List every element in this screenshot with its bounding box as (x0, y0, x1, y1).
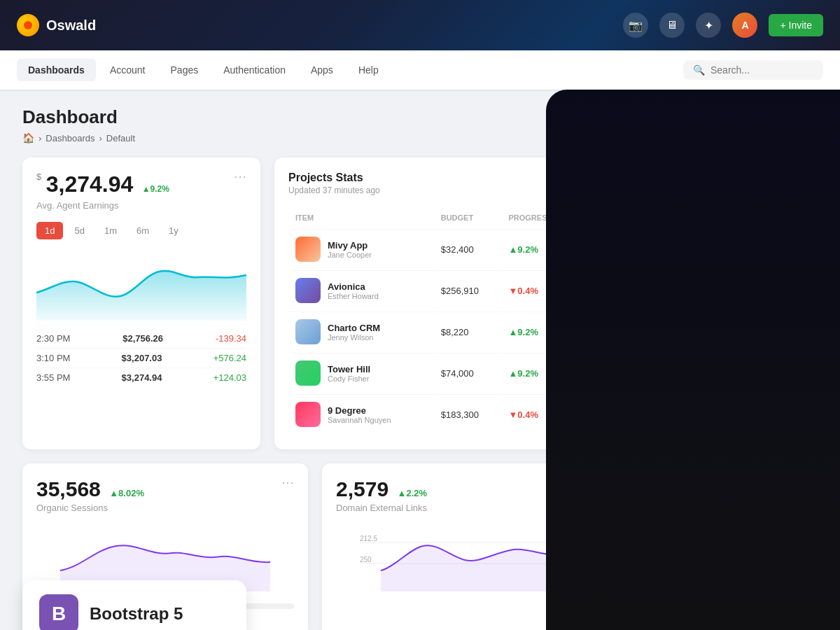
project-owner: Esther Howard (328, 292, 379, 300)
main-content: Dashboard 🏠 › Dashboards › Default New P… (0, 90, 840, 630)
view-button[interactable]: → (766, 239, 785, 259)
project-item: Charto CRM Jenny Wilson (295, 319, 428, 344)
search-icon: 🔍 (693, 64, 705, 76)
view-button[interactable]: → (766, 322, 785, 342)
col-item: ITEM (290, 208, 434, 227)
nav-dashboards[interactable]: Dashboards (17, 59, 96, 81)
stat-time: 3:55 PM (36, 372, 70, 383)
project-progress: ▼0.4% (508, 410, 538, 420)
project-owner: Savannah Nguyen (328, 416, 391, 424)
top-cards-row: $ 3,274.94 ▲9.2% Avg. Agent Earnings ⋯ 1… (22, 158, 818, 449)
project-name: Avionica (328, 281, 379, 292)
project-icon (295, 278, 321, 303)
project-name: 9 Degree (328, 405, 391, 416)
project-budget: $74,000 (441, 368, 474, 379)
projects-table: ITEM BUDGET PROGRESS STATUS CHART VIEW (288, 206, 804, 435)
project-item: Tower Hill Cody Fisher (295, 360, 428, 386)
project-item: Mivy App Jane Cooper (295, 237, 428, 262)
chart-sparkline (674, 238, 730, 258)
nav-help[interactable]: Help (347, 59, 390, 81)
project-progress: ▲9.2% (508, 244, 538, 255)
project-info: Mivy App Jane Cooper (328, 240, 372, 259)
topbar: Oswald 📷 🖥 ✦ A + Invite (0, 0, 840, 50)
domain-links-card: 2,579 ▲2.2% Domain External Links ⋯ 250 … (322, 463, 608, 630)
page-title-section: Dashboard 🏠 › Dashboards › Default (22, 106, 135, 144)
time-filters: 1d 5d 1m 6m 1y (36, 222, 246, 239)
stat-change: +124.03 (214, 372, 246, 383)
social-more-button[interactable]: ⋯ (791, 475, 804, 490)
filter-5d[interactable]: 5d (66, 222, 92, 239)
domain-number: 2,579 (336, 477, 388, 500)
search-input[interactable] (710, 64, 813, 76)
project-icon (295, 402, 321, 427)
nav-authentication[interactable]: Authentication (212, 59, 297, 81)
nav-items: Dashboards Account Pages Authentication … (17, 59, 390, 81)
avatar[interactable]: A (732, 13, 757, 38)
nav-pages[interactable]: Pages (160, 59, 210, 81)
social-type: Social Media (665, 574, 709, 582)
projects-header: Projects Stats Updated 37 minutes ago Hi… (288, 172, 804, 195)
reports-button[interactable]: Reports (755, 106, 818, 130)
domain-header: 2,579 ▲2.2% Domain External Links (336, 477, 427, 513)
svg-text:212.5: 212.5 (360, 535, 377, 542)
view-button[interactable]: → (766, 281, 785, 300)
earnings-badge: ▲9.2% (142, 184, 169, 194)
social-count: 1,088 (741, 568, 764, 578)
table-row: 9 Degree Savannah Nguyen $183,300 ▼0.4% … (290, 394, 802, 434)
earnings-more-button[interactable]: ⋯ (234, 169, 246, 184)
nav-account[interactable]: Account (99, 59, 157, 81)
social-name: Linked In (665, 564, 709, 574)
organic-header: 35,568 ▲8.02% Organic Sessions (36, 477, 144, 513)
social-badge-item: ▲0.2% (776, 602, 804, 612)
camera-icon[interactable]: 📷 (623, 13, 648, 38)
social-count: 794 (748, 602, 764, 612)
new-project-button[interactable]: New Project (672, 106, 748, 130)
home-icon: 🏠 (22, 132, 34, 144)
table-body: Mivy App Jane Cooper $32,400 ▲9.2% In Pr… (290, 229, 802, 434)
table-row: Tower Hill Cody Fisher $74,000 ▲9.2% Com… (290, 353, 802, 393)
earnings-card: $ 3,274.94 ▲9.2% Avg. Agent Earnings ⋯ 1… (22, 158, 260, 449)
nav-apps[interactable]: Apps (300, 59, 344, 81)
breadcrumb-sep2: › (99, 133, 102, 144)
page-actions: New Project Reports (672, 106, 818, 130)
view-button[interactable]: → (766, 405, 785, 424)
filter-6m[interactable]: 6m (128, 222, 158, 239)
invite-button[interactable]: + Invite (769, 14, 823, 36)
domain-more-button[interactable]: ⋯ (581, 475, 594, 490)
organic-more-button[interactable]: ⋯ (281, 475, 294, 490)
page-header: Dashboard 🏠 › Dashboards › Default New P… (22, 106, 818, 144)
stat-value: $3,207.03 (122, 353, 162, 363)
project-info: Tower Hill Cody Fisher (328, 364, 370, 383)
bootstrap-letter: B (52, 603, 66, 625)
view-button[interactable]: → (766, 363, 785, 383)
chart-sparkline (674, 362, 730, 382)
table-row: Charto CRM Jenny Wilson $8,220 ▲9.2% In … (290, 312, 802, 351)
history-button[interactable]: History (757, 172, 804, 190)
stat-row: 3:55 PM $3,274.94 +124.03 (36, 368, 246, 387)
breadcrumb-sep1: › (38, 133, 41, 144)
monitor-icon[interactable]: 🖥 (659, 13, 685, 38)
share-icon[interactable]: ✦ (696, 13, 721, 38)
domain-number-row: 2,579 ▲2.2% (336, 477, 427, 501)
col-chart: CHART (668, 208, 759, 227)
breadcrumb-dashboards[interactable]: Dashboards (46, 133, 94, 144)
project-icon (295, 237, 321, 262)
filter-1y[interactable]: 1y (160, 222, 187, 239)
logo-icon (17, 14, 39, 36)
breadcrumb: 🏠 › Dashboards › Default (22, 132, 135, 144)
social-name: Slack (665, 602, 689, 612)
filter-1d[interactable]: 1d (36, 222, 63, 239)
earnings-chart (36, 251, 246, 321)
project-info: Charto CRM Jenny Wilson (328, 323, 380, 342)
social-number-row: 5,037 ▲2.2% (636, 477, 737, 501)
social-item: # Slack 794 ▲0.2% (636, 590, 804, 624)
organic-badge: ▲8.02% (109, 488, 144, 498)
bootstrap-card: B Bootstrap 5 (22, 580, 246, 630)
topbar-left: Oswald (17, 14, 96, 36)
navbar: Dashboards Account Pages Authentication … (0, 50, 840, 90)
social-info: Slack (665, 602, 689, 612)
projects-title-section: Projects Stats Updated 37 minutes ago (288, 172, 380, 195)
project-owner: Jane Cooper (328, 251, 372, 259)
filter-1m[interactable]: 1m (96, 222, 125, 239)
project-owner: Cody Fisher (328, 374, 370, 383)
